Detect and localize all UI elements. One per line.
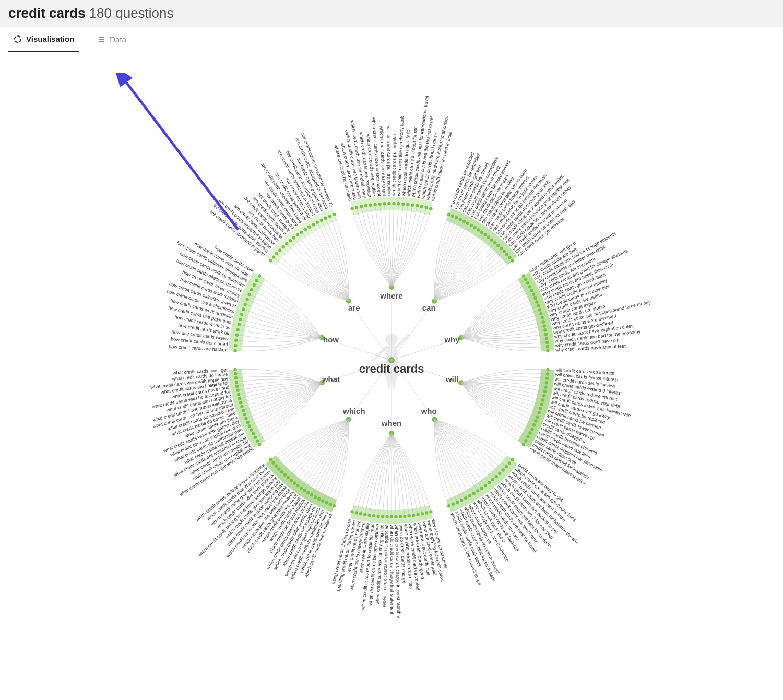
leaf-dot[interactable] — [359, 512, 362, 515]
leaf-dot[interactable] — [544, 385, 547, 388]
leaf-dot[interactable] — [234, 376, 238, 379]
leaf-dot[interactable] — [328, 215, 331, 218]
leaf-dot[interactable] — [480, 231, 483, 234]
leaf-dot[interactable] — [304, 228, 307, 231]
leaf-dot[interactable] — [296, 484, 299, 487]
leaf-dot[interactable] — [233, 368, 236, 371]
leaf-dot[interactable] — [488, 481, 491, 484]
leaf-dot[interactable] — [303, 489, 306, 492]
leaf-dot[interactable] — [372, 514, 375, 517]
leaf-dot[interactable] — [350, 207, 353, 210]
leaf-dot[interactable] — [538, 308, 541, 311]
leaf-dot[interactable] — [530, 428, 533, 431]
leaf-dot[interactable] — [329, 503, 332, 506]
leaf-dot[interactable] — [277, 467, 280, 470]
leaf-dot[interactable] — [368, 514, 371, 517]
leaf-dot[interactable] — [300, 230, 303, 233]
leaf-dot[interactable] — [256, 439, 259, 442]
leaf-dot[interactable] — [546, 349, 549, 352]
leaf-dot[interactable] — [545, 381, 548, 384]
leaf-dot[interactable] — [244, 303, 247, 306]
leaf-dot[interactable] — [539, 312, 542, 315]
leaf-dot[interactable] — [306, 491, 310, 494]
leaf-dot[interactable] — [324, 217, 327, 220]
leaf-dot[interactable] — [287, 476, 290, 479]
leaf-dot[interactable] — [416, 204, 419, 207]
leaf-dot[interactable] — [317, 497, 321, 501]
leaf-dot[interactable] — [491, 478, 494, 481]
leaf-dot[interactable] — [460, 499, 463, 502]
leaf-dot[interactable] — [411, 204, 414, 207]
leaf-dot[interactable] — [289, 239, 292, 242]
leaf-dot[interactable] — [239, 401, 242, 404]
leaf-dot[interactable] — [258, 274, 261, 277]
leaf-dot[interactable] — [387, 202, 390, 205]
leaf-dot[interactable] — [252, 432, 255, 435]
leaf-dot[interactable] — [271, 461, 275, 465]
leaf-dot[interactable] — [502, 250, 505, 253]
leaf-dot[interactable] — [477, 228, 480, 231]
leaf-dot[interactable] — [472, 492, 476, 495]
leaf-dot[interactable] — [350, 510, 353, 513]
leaf-dot[interactable] — [381, 515, 384, 518]
leaf-dot[interactable] — [534, 419, 537, 422]
leaf-dot[interactable] — [360, 205, 363, 208]
leaf-dot[interactable] — [476, 489, 479, 492]
leaf-dot[interactable] — [376, 515, 379, 518]
leaf-dot[interactable] — [455, 216, 458, 219]
leaf-dot[interactable] — [528, 431, 531, 434]
leaf-dot[interactable] — [546, 368, 549, 371]
leaf-dot[interactable] — [333, 504, 336, 507]
leaf-dot[interactable] — [535, 300, 538, 303]
leaf-dot[interactable] — [234, 344, 237, 347]
leaf-dot[interactable] — [290, 479, 293, 482]
leaf-dot[interactable] — [355, 206, 358, 209]
leaf-dot[interactable] — [248, 424, 251, 428]
leaf-dot[interactable] — [545, 377, 549, 380]
leaf-dot[interactable] — [235, 381, 238, 384]
leaf-dot[interactable] — [250, 288, 253, 291]
leaf-dot[interactable] — [452, 503, 455, 506]
leaf-dot[interactable] — [378, 203, 381, 206]
leaf-dot[interactable] — [237, 393, 240, 396]
leaf-dot[interactable] — [501, 468, 504, 471]
leaf-dot[interactable] — [325, 501, 328, 504]
leaf-dot[interactable] — [307, 226, 311, 229]
leaf-dot[interactable] — [314, 495, 317, 499]
leaf-dot[interactable] — [401, 203, 405, 206]
leaf-dot[interactable] — [240, 405, 243, 408]
leaf-dot[interactable] — [283, 473, 287, 477]
leaf-dot[interactable] — [272, 255, 275, 258]
leaf-dot[interactable] — [369, 204, 372, 207]
tab-data[interactable]: Data — [92, 27, 132, 52]
leaf-dot[interactable] — [420, 205, 423, 208]
leaf-dot[interactable] — [236, 389, 239, 392]
leaf-dot[interactable] — [468, 494, 471, 497]
leaf-dot[interactable] — [247, 293, 251, 296]
leaf-dot[interactable] — [235, 385, 239, 388]
leaf-dot[interactable] — [275, 464, 278, 467]
leaf-dot[interactable] — [500, 247, 503, 250]
leaf-dot[interactable] — [546, 345, 549, 348]
leaf-dot[interactable] — [542, 394, 545, 397]
leaf-dot[interactable] — [399, 515, 402, 518]
leaf-dot[interactable] — [541, 316, 544, 319]
leaf-dot[interactable] — [540, 402, 543, 406]
leaf-dot[interactable] — [239, 318, 242, 321]
leaf-dot[interactable] — [355, 511, 358, 514]
leaf-dot[interactable] — [333, 213, 336, 216]
leaf-dot[interactable] — [508, 461, 511, 465]
leaf-dot[interactable] — [539, 407, 542, 410]
leaf-dot[interactable] — [524, 278, 527, 281]
leaf-dot[interactable] — [480, 487, 483, 490]
leaf-dot[interactable] — [543, 328, 547, 331]
leaf-dot[interactable] — [406, 203, 409, 206]
leaf-dot[interactable] — [528, 285, 531, 288]
leaf-dot[interactable] — [278, 248, 281, 252]
leaf-dot[interactable] — [425, 206, 428, 209]
leaf-dot[interactable] — [526, 435, 529, 438]
leaf-dot[interactable] — [236, 328, 240, 331]
leaf-dot[interactable] — [255, 279, 258, 282]
leaf-dot[interactable] — [511, 458, 514, 461]
leaf-dot[interactable] — [269, 259, 272, 262]
